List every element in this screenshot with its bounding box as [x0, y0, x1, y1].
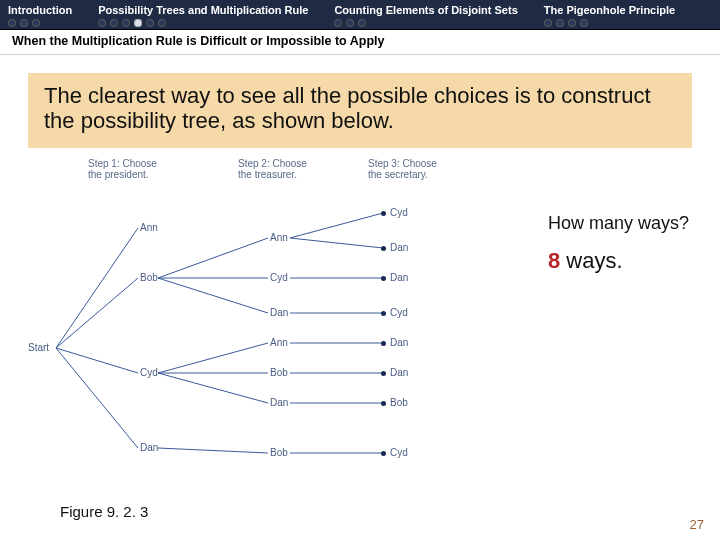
question-text: How many ways? — [548, 213, 720, 234]
nav-title: Possibility Trees and Multiplication Rul… — [98, 4, 308, 16]
l1-label: Cyd — [140, 367, 158, 378]
nav-title: The Pigeonhole Principle — [544, 4, 675, 16]
l2-label: Ann — [270, 232, 288, 243]
slide-content: The clearest way to see all the possible… — [0, 55, 720, 478]
leaf-label: Bob — [390, 397, 408, 408]
leaf-label: Dan — [390, 272, 408, 283]
dot — [20, 19, 28, 27]
dot — [122, 19, 130, 27]
leaf-dot — [381, 341, 386, 346]
l2-label: Ann — [270, 337, 288, 348]
svg-line-11 — [158, 343, 268, 373]
root-label: Start — [28, 342, 49, 353]
slide-subtitle-bar: When the Multiplication Rule is Difficul… — [0, 30, 720, 55]
dot — [98, 19, 106, 27]
l2-label: Dan — [270, 307, 288, 318]
dot-current — [134, 19, 142, 27]
dot — [334, 19, 342, 27]
svg-line-3 — [56, 348, 138, 448]
leaf-label: Cyd — [390, 307, 408, 318]
svg-line-8 — [290, 238, 383, 248]
nav-bar: Introduction Possibility Trees and Multi… — [0, 0, 720, 30]
dot — [346, 19, 354, 27]
l2-label: Bob — [270, 367, 288, 378]
leaf-dot — [381, 401, 386, 406]
l2-label: Dan — [270, 397, 288, 408]
progress-dots — [544, 19, 675, 27]
leaf-label: Dan — [390, 367, 408, 378]
dot — [32, 19, 40, 27]
svg-line-13 — [158, 373, 268, 403]
answer-text: 8 ways. — [548, 248, 720, 274]
possibility-tree: Step 1: Choosethe president. Step 2: Cho… — [28, 158, 692, 478]
progress-dots — [98, 19, 308, 27]
leaf-label: Cyd — [390, 207, 408, 218]
dot — [544, 19, 552, 27]
svg-line-7 — [290, 213, 383, 238]
leaf-label: Dan — [390, 242, 408, 253]
leaf-dot — [381, 371, 386, 376]
leaf-label: Cyd — [390, 447, 408, 458]
leaf-dot — [381, 451, 386, 456]
nav-section-pigeonhole[interactable]: The Pigeonhole Principle — [544, 4, 675, 27]
progress-dots — [334, 19, 517, 27]
dot — [146, 19, 154, 27]
l1-label: Dan — [140, 442, 158, 453]
leaf-dot — [381, 211, 386, 216]
dot — [110, 19, 118, 27]
nav-title: Counting Elements of Disjoint Sets — [334, 4, 517, 16]
body-text: The clearest way to see all the possible… — [44, 83, 676, 134]
figure-caption: Figure 9. 2. 3 — [60, 503, 148, 520]
l1-label: Ann — [140, 222, 158, 233]
svg-line-6 — [158, 278, 268, 313]
leaf-dot — [381, 311, 386, 316]
dot — [556, 19, 564, 27]
slide-subtitle: When the Multiplication Rule is Difficul… — [12, 34, 710, 48]
highlight-box: The clearest way to see all the possible… — [28, 73, 692, 148]
progress-dots — [8, 19, 72, 27]
nav-title: Introduction — [8, 4, 72, 16]
nav-section-introduction[interactable]: Introduction — [8, 4, 72, 27]
dot — [8, 19, 16, 27]
dot — [158, 19, 166, 27]
l2-label: Bob — [270, 447, 288, 458]
l2-label: Cyd — [270, 272, 288, 283]
answer-box: How many ways? 8 ways. — [548, 213, 720, 274]
nav-section-possibility-trees[interactable]: Possibility Trees and Multiplication Rul… — [98, 4, 308, 27]
svg-line-2 — [56, 348, 138, 373]
dot — [358, 19, 366, 27]
dot — [580, 19, 588, 27]
leaf-label: Dan — [390, 337, 408, 348]
answer-number: 8 — [548, 248, 560, 273]
l1-label: Bob — [140, 272, 158, 283]
svg-line-4 — [158, 238, 268, 278]
answer-rest: ways. — [560, 248, 622, 273]
leaf-dot — [381, 276, 386, 281]
dot — [568, 19, 576, 27]
svg-line-17 — [158, 448, 268, 453]
leaf-dot — [381, 246, 386, 251]
page-number: 27 — [690, 517, 704, 532]
nav-section-disjoint-sets[interactable]: Counting Elements of Disjoint Sets — [334, 4, 517, 27]
